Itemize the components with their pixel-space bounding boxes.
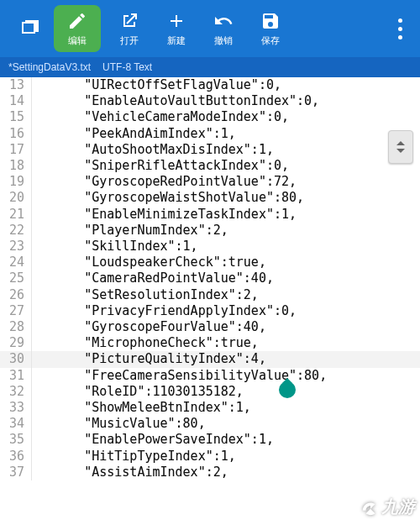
watermark-text: 九游	[381, 496, 415, 518]
line-content: "ShowMeleeBtnIndex":1,	[32, 400, 251, 416]
line-content: "MusicValue":80,	[32, 416, 206, 432]
line-content: "PlayerNumIndex":2,	[32, 223, 228, 239]
line-number: 14	[0, 93, 32, 109]
pencil-icon	[67, 11, 87, 31]
line-number: 25	[0, 270, 32, 286]
line-content: "GyroscopeFourValue":40,	[32, 319, 266, 335]
line-content: "SetResolutionIndex":2,	[32, 287, 259, 303]
new-button[interactable]: 新建	[153, 5, 200, 52]
code-line[interactable]: 17 "AutoShootMaxDisIndex":1,	[0, 142, 420, 158]
new-label: 新建	[167, 34, 186, 47]
line-number: 30	[0, 351, 32, 367]
code-line[interactable]: 28 "GyroscopeFourValue":40,	[0, 319, 420, 335]
line-number: 37	[0, 465, 32, 480]
line-content: "RoleID":11030135182,	[32, 384, 244, 400]
code-line[interactable]: 16 "PeekAndAimIndex":1,	[0, 126, 420, 142]
code-line[interactable]: 23 "SkillIndex":1,	[0, 239, 420, 255]
line-number: 18	[0, 158, 32, 174]
code-line[interactable]: 15 "VehicleCameraModeIndex":0,	[0, 109, 420, 125]
line-number: 34	[0, 416, 32, 432]
code-line[interactable]: 18 "SniperRifleAttackIndex":0,	[0, 158, 420, 174]
edit-label: 编辑	[68, 34, 87, 47]
line-content: "UIRectOffSetFlagValue":0,	[32, 77, 281, 93]
text-cursor-handle[interactable]	[279, 381, 296, 398]
line-content: "MicrophoneCheck":true,	[32, 335, 259, 351]
code-line[interactable]: 14 "EnableAutoVaultButtonIndex":0,	[0, 93, 420, 109]
line-number: 27	[0, 303, 32, 319]
code-line[interactable]: 36 "HitTipTypeIndex":1,	[0, 449, 420, 465]
code-line[interactable]: 35 "EnablePowerSaveIndex":1,	[0, 432, 420, 448]
plus-icon	[166, 11, 186, 31]
line-number: 36	[0, 449, 32, 465]
line-content: "SkillIndex":1,	[32, 239, 198, 255]
watermark: 九游	[361, 496, 415, 518]
line-content: "VehicleCameraModeIndex":0,	[32, 109, 289, 125]
code-line[interactable]: 19 "GyroscopeRedPointValue":72,	[0, 174, 420, 190]
code-line[interactable]: 13 "UIRectOffSetFlagValue":0,	[0, 77, 420, 93]
line-number: 26	[0, 287, 32, 303]
filename-label: *SettingDataV3.txt	[8, 61, 91, 73]
more-menu-button[interactable]	[386, 18, 413, 39]
code-line[interactable]: 31 "FreeCameraSensibilityValue":80,	[0, 368, 420, 384]
line-number: 13	[0, 77, 32, 93]
line-number: 28	[0, 319, 32, 335]
line-number: 21	[0, 207, 32, 223]
line-content: "PeekAndAimIndex":1,	[32, 126, 236, 142]
line-number: 22	[0, 223, 32, 239]
line-content: "AutoShootMaxDisIndex":1,	[32, 142, 274, 158]
code-line[interactable]: 26 "SetResolutionIndex":2,	[0, 287, 420, 303]
line-content: "LoudspeakerCheck":true,	[32, 255, 266, 270]
open-label: 打开	[120, 34, 139, 47]
code-line[interactable]: 29 "MicrophoneCheck":true,	[0, 335, 420, 351]
status-bar: *SettingDataV3.txt UTF-8 Text	[0, 57, 420, 77]
open-icon	[119, 11, 139, 31]
code-line[interactable]: 32 "RoleID":11030135182,	[0, 384, 420, 400]
line-content: "SniperRifleAttackIndex":0,	[32, 158, 289, 174]
line-content: "HitTipTypeIndex":1,	[32, 449, 236, 465]
line-content: "EnableAutoVaultButtonIndex":0,	[32, 93, 319, 109]
undo-label: 撤销	[214, 34, 233, 47]
line-number: 17	[0, 142, 32, 158]
line-content: "AssistAimIndex":2,	[32, 465, 228, 480]
tabs-button[interactable]	[7, 5, 54, 52]
line-number: 24	[0, 255, 32, 270]
code-line[interactable]: 27 "PrivacyFriendApplyIndex":0,	[0, 303, 420, 319]
line-content: "GyroscopeRedPointValue":72,	[32, 174, 297, 190]
save-label: 保存	[261, 34, 280, 47]
line-content: "CameraRedPointValue":40,	[32, 270, 274, 286]
code-line[interactable]: 25 "CameraRedPointValue":40,	[0, 270, 420, 286]
code-line[interactable]: 33 "ShowMeleeBtnIndex":1,	[0, 400, 420, 416]
line-number: 29	[0, 335, 32, 351]
code-line[interactable]: 30 "PictureQualityIndex":4,	[0, 351, 420, 367]
code-line[interactable]: 34 "MusicValue":80,	[0, 416, 420, 432]
line-content: "PrivacyFriendApplyIndex":0,	[32, 303, 297, 319]
save-button[interactable]: 保存	[247, 5, 294, 52]
line-number: 35	[0, 432, 32, 448]
undo-button[interactable]: 撤销	[200, 5, 247, 52]
code-line[interactable]: 37 "AssistAimIndex":2,	[0, 465, 420, 480]
edit-button[interactable]: 编辑	[54, 5, 101, 52]
code-line[interactable]: 24 "LoudspeakerCheck":true,	[0, 255, 420, 270]
line-content: "EnablePowerSaveIndex":1,	[32, 432, 274, 448]
line-number: 31	[0, 368, 32, 384]
line-number: 16	[0, 126, 32, 142]
code-line[interactable]: 20 "GyroscopeWaistShotValue":80,	[0, 190, 420, 206]
scroll-handle[interactable]	[388, 130, 413, 164]
line-content: "EnableMinimizeTaskIndex":1,	[32, 207, 297, 223]
watermark-icon	[361, 498, 380, 517]
line-number: 33	[0, 400, 32, 416]
code-editor[interactable]: 13 "UIRectOffSetFlagValue":0,14 "EnableA…	[0, 77, 420, 525]
line-content: "PictureQualityIndex":4,	[32, 351, 266, 367]
line-number: 20	[0, 190, 32, 206]
code-line[interactable]: 22 "PlayerNumIndex":2,	[0, 223, 420, 239]
open-button[interactable]: 打开	[106, 5, 153, 52]
toolbar: 编辑 打开 新建 撤销 保存	[0, 0, 420, 57]
line-number: 32	[0, 384, 32, 400]
tabs-icon	[20, 18, 40, 39]
line-number: 23	[0, 239, 32, 255]
line-number: 15	[0, 109, 32, 125]
undo-icon	[213, 11, 234, 31]
line-number: 19	[0, 174, 32, 190]
code-line[interactable]: 21 "EnableMinimizeTaskIndex":1,	[0, 207, 420, 223]
encoding-label: UTF-8 Text	[102, 61, 152, 73]
